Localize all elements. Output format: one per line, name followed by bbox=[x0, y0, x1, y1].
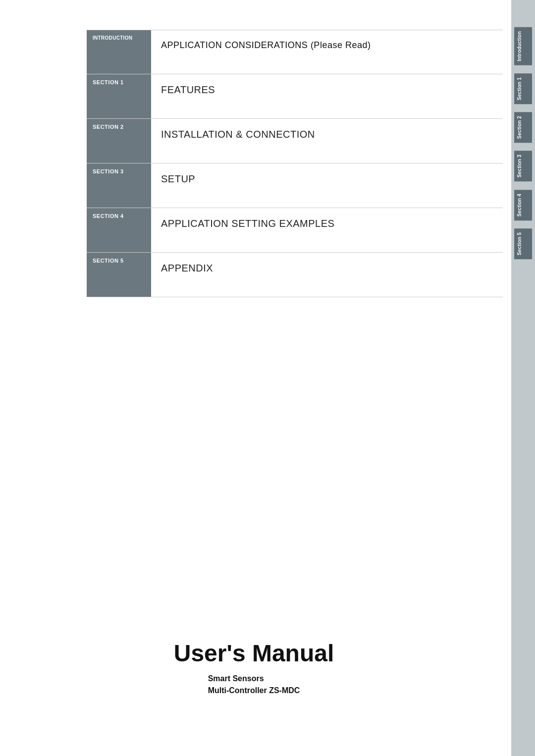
toc-label-introduction: INTRODUCTION bbox=[87, 30, 151, 74]
toc-content-section5: APPENDIX bbox=[151, 253, 503, 297]
sidebar-tab-section3[interactable]: Section 3 bbox=[514, 151, 532, 181]
toc-label-section2: SECTION 2 bbox=[87, 119, 151, 163]
toc-row-section3[interactable]: SECTION 3 SETUP bbox=[87, 163, 503, 208]
users-manual-title: User's Manual bbox=[174, 640, 334, 667]
toc-content-section1: FEATURES bbox=[151, 74, 503, 118]
toc-content-section4: APPLICATION SETTING EXAMPLES bbox=[151, 208, 503, 252]
subtitle-line1: Smart Sensors bbox=[208, 673, 300, 685]
sidebar-tab-introduction[interactable]: Introduction bbox=[514, 27, 532, 65]
toc-row-section1[interactable]: SECTION 1 FEATURES bbox=[87, 74, 503, 119]
right-sidebar: Introduction Section 1 Section 2 Section… bbox=[511, 0, 535, 756]
sidebar-tab-section1[interactable]: Section 1 bbox=[514, 73, 532, 104]
toc-area: INTRODUCTION APPLICATION CONSIDERATIONS … bbox=[87, 30, 508, 297]
toc-row-section5[interactable]: SECTION 5 APPENDIX bbox=[87, 253, 503, 297]
toc-content-section3: SETUP bbox=[151, 163, 503, 208]
toc-row-section2[interactable]: SECTION 2 INSTALLATION & CONNECTION bbox=[87, 119, 503, 163]
sidebar-tab-section5[interactable]: Section 5 bbox=[514, 228, 532, 259]
toc-label-section5: SECTION 5 bbox=[87, 253, 151, 297]
toc-content-section2: INSTALLATION & CONNECTION bbox=[151, 119, 503, 163]
toc-row-section4[interactable]: SECTION 4 APPLICATION SETTING EXAMPLES bbox=[87, 208, 503, 253]
toc-row-introduction[interactable]: INTRODUCTION APPLICATION CONSIDERATIONS … bbox=[87, 30, 503, 74]
footer-section: User's Manual Smart Sensors Multi-Contro… bbox=[0, 640, 508, 697]
users-manual-subtitle: Smart Sensors Multi-Controller ZS-MDC bbox=[208, 673, 300, 697]
toc-label-section4: SECTION 4 bbox=[87, 208, 151, 252]
sidebar-tab-section4[interactable]: Section 4 bbox=[514, 190, 532, 220]
page-container: Introduction Section 1 Section 2 Section… bbox=[0, 0, 535, 756]
sidebar-tab-section2[interactable]: Section 2 bbox=[514, 112, 532, 143]
toc-label-section1: SECTION 1 bbox=[87, 74, 151, 118]
toc-content-introduction: APPLICATION CONSIDERATIONS (Please Read) bbox=[151, 30, 503, 74]
subtitle-line2: Multi-Controller ZS-MDC bbox=[208, 685, 300, 697]
toc-label-section3: SECTION 3 bbox=[87, 163, 151, 208]
